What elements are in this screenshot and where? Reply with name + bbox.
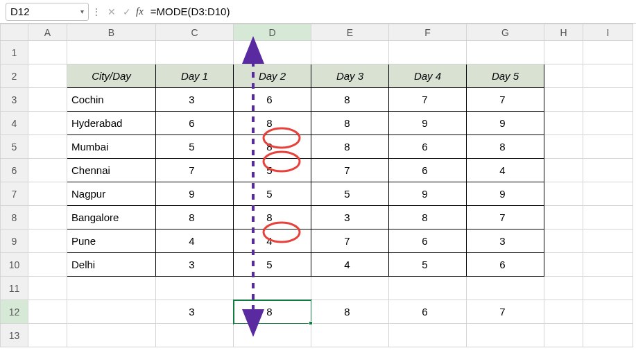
table-header-city[interactable]: City/Day xyxy=(67,64,156,88)
result-cell[interactable]: 6 xyxy=(389,300,467,324)
table-cell[interactable]: 5 xyxy=(311,182,389,206)
table-cell[interactable]: 6 xyxy=(234,88,311,112)
cell[interactable] xyxy=(544,159,583,182)
table-cell[interactable]: Hyderabad xyxy=(67,112,156,135)
cell[interactable] xyxy=(583,206,633,229)
table-cell[interactable]: 7 xyxy=(467,206,544,229)
result-cell[interactable]: 8 xyxy=(311,300,389,324)
table-cell[interactable]: 9 xyxy=(156,182,234,206)
row-header[interactable]: 10 xyxy=(1,253,28,277)
row-header[interactable]: 5 xyxy=(1,135,28,159)
col-header-I[interactable]: I xyxy=(583,24,633,41)
cell[interactable] xyxy=(583,64,633,88)
cell[interactable] xyxy=(544,229,583,253)
table-cell[interactable]: 7 xyxy=(156,159,234,182)
table-cell[interactable]: 4 xyxy=(467,159,544,182)
cell[interactable] xyxy=(544,300,583,324)
cell[interactable] xyxy=(28,206,67,229)
name-box[interactable]: D12 ▾ xyxy=(6,3,89,21)
cell[interactable] xyxy=(28,253,67,277)
table-cell[interactable]: 3 xyxy=(311,206,389,229)
table-cell[interactable]: 5 xyxy=(234,159,311,182)
table-cell[interactable]: 4 xyxy=(234,229,311,253)
cell[interactable] xyxy=(311,324,389,347)
row-header[interactable]: 7 xyxy=(1,182,28,206)
cancel-icon[interactable]: ✕ xyxy=(108,6,116,17)
cell[interactable] xyxy=(28,112,67,135)
col-header-E[interactable]: E xyxy=(311,24,389,41)
cell[interactable] xyxy=(544,324,583,347)
table-cell[interactable]: Chennai xyxy=(67,159,156,182)
table-cell[interactable]: 8 xyxy=(389,206,467,229)
table-cell[interactable]: Mumbai xyxy=(67,135,156,159)
cell[interactable] xyxy=(544,277,583,300)
result-cell[interactable]: 3 xyxy=(156,300,234,324)
table-cell[interactable]: 6 xyxy=(389,135,467,159)
result-cell[interactable]: 7 xyxy=(467,300,544,324)
col-header-B[interactable]: B xyxy=(67,24,156,41)
cell[interactable] xyxy=(67,277,156,300)
table-cell[interactable]: 4 xyxy=(156,229,234,253)
cell[interactable] xyxy=(583,229,633,253)
cell[interactable] xyxy=(583,88,633,112)
cell[interactable] xyxy=(583,253,633,277)
formula-input[interactable]: =MODE(D3:D10) xyxy=(148,4,630,19)
row-header[interactable]: 2 xyxy=(1,64,28,88)
table-header-day5[interactable]: Day 5 xyxy=(467,64,544,88)
cell[interactable] xyxy=(389,324,467,347)
row-header[interactable]: 4 xyxy=(1,112,28,135)
table-header-day4[interactable]: Day 4 xyxy=(389,64,467,88)
table-cell[interactable]: 7 xyxy=(311,159,389,182)
cell[interactable] xyxy=(544,135,583,159)
cell[interactable] xyxy=(234,41,311,64)
table-cell[interactable]: 8 xyxy=(467,135,544,159)
cell[interactable] xyxy=(544,206,583,229)
table-cell[interactable]: 7 xyxy=(389,88,467,112)
table-cell[interactable]: 8 xyxy=(234,206,311,229)
cell[interactable] xyxy=(67,41,156,64)
cell[interactable] xyxy=(583,182,633,206)
cell[interactable] xyxy=(28,41,67,64)
table-cell[interactable]: 6 xyxy=(389,229,467,253)
cell[interactable] xyxy=(467,277,544,300)
cell[interactable] xyxy=(28,182,67,206)
cell[interactable] xyxy=(544,41,583,64)
row-header[interactable]: 13 xyxy=(1,324,28,347)
col-header-A[interactable]: A xyxy=(28,24,67,41)
table-cell[interactable]: 9 xyxy=(467,112,544,135)
cell[interactable] xyxy=(156,41,234,64)
chevron-down-icon[interactable]: ▾ xyxy=(80,8,84,15)
cell[interactable] xyxy=(28,159,67,182)
table-cell[interactable]: 6 xyxy=(467,253,544,277)
cell[interactable] xyxy=(156,324,234,347)
cell[interactable] xyxy=(389,277,467,300)
cell[interactable] xyxy=(583,324,633,347)
table-cell[interactable]: 8 xyxy=(234,135,311,159)
cell[interactable] xyxy=(28,135,67,159)
cell[interactable] xyxy=(583,112,633,135)
result-cell-selected[interactable]: 8 xyxy=(234,300,311,324)
cell[interactable] xyxy=(67,324,156,347)
row-header[interactable]: 9 xyxy=(1,229,28,253)
fill-handle[interactable] xyxy=(309,321,313,325)
cell[interactable] xyxy=(156,277,234,300)
cell[interactable] xyxy=(234,277,311,300)
table-cell[interactable]: 8 xyxy=(234,112,311,135)
col-header-G[interactable]: G xyxy=(467,24,544,41)
cell[interactable] xyxy=(28,229,67,253)
table-cell[interactable]: Cochin xyxy=(67,88,156,112)
cell[interactable] xyxy=(28,88,67,112)
table-cell[interactable]: 5 xyxy=(234,253,311,277)
table-cell[interactable]: 6 xyxy=(156,112,234,135)
row-header[interactable]: 8 xyxy=(1,206,28,229)
col-header-C[interactable]: C xyxy=(156,24,234,41)
table-cell[interactable]: 9 xyxy=(467,182,544,206)
table-cell[interactable]: 3 xyxy=(467,229,544,253)
cell[interactable] xyxy=(28,64,67,88)
cell[interactable] xyxy=(467,324,544,347)
table-header-day3[interactable]: Day 3 xyxy=(311,64,389,88)
row-header[interactable]: 11 xyxy=(1,277,28,300)
cell[interactable] xyxy=(234,324,311,347)
table-cell[interactable]: Nagpur xyxy=(67,182,156,206)
table-cell[interactable]: 8 xyxy=(311,112,389,135)
